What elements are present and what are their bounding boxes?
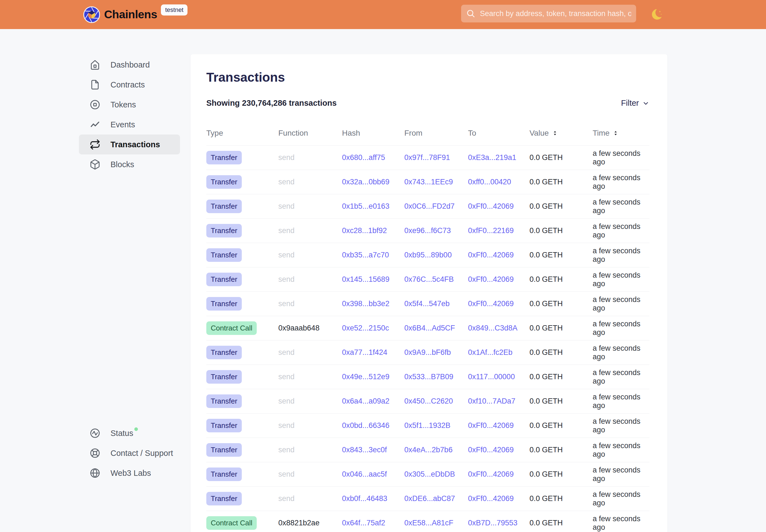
from-address-link[interactable]: 0x97f...78F91: [404, 153, 450, 162]
to-address-link[interactable]: 0xff0...00420: [468, 178, 511, 186]
hash-cell: 0x6a4...a09a2: [342, 397, 404, 406]
type-badge: Contract Call: [206, 321, 257, 335]
from-cell: 0x0C6...FD2d7: [404, 202, 468, 211]
to-address-link[interactable]: 0xFf0...42069: [468, 275, 514, 283]
value-cell: 0.0 GETH: [530, 202, 593, 211]
to-address-link[interactable]: 0x1Af...fc2Eb: [468, 348, 513, 357]
sidebar-item-transactions[interactable]: Transactions: [79, 135, 180, 154]
function-cell: send: [278, 348, 342, 357]
type-badge: Transfer: [206, 346, 242, 359]
sidebar-item-tokens[interactable]: Tokens: [79, 95, 180, 115]
table-row: Transfer send 0x046...aac5f 0x305...eDbD…: [206, 462, 649, 486]
time-cell: a few seconds ago: [593, 417, 649, 434]
to-address-link[interactable]: 0xFf0...42069: [468, 446, 514, 454]
sidebar-item-web3-labs[interactable]: Web3 Labs: [79, 463, 180, 483]
from-cell: 0x450...C2620: [404, 397, 468, 406]
home-icon: [89, 59, 100, 70]
from-address-link[interactable]: 0xe96...f6C73: [404, 226, 451, 235]
from-address-link[interactable]: 0xDE6...abC87: [404, 494, 455, 503]
sidebar-item-dashboard[interactable]: Dashboard: [79, 55, 180, 75]
to-address-link[interactable]: 0x849...C3d8A: [468, 324, 518, 332]
to-address-link[interactable]: 0xB7D...79553: [468, 519, 518, 527]
sidebar-item-events[interactable]: Events: [79, 115, 180, 135]
sidebar-item-contracts[interactable]: Contracts: [79, 75, 180, 95]
hash-link[interactable]: 0xa77...1f424: [342, 348, 388, 357]
from-cell: 0xDE6...abC87: [404, 494, 468, 503]
value-cell: 0.0 GETH: [530, 153, 593, 162]
from-address-link[interactable]: 0x5f1...1932B: [404, 421, 451, 430]
sidebar-item-blocks[interactable]: Blocks: [79, 154, 180, 174]
function-cell: send: [278, 202, 342, 211]
type-badge: Transfer: [206, 248, 242, 262]
document-icon: [89, 79, 100, 90]
function-cell: send: [278, 373, 342, 381]
to-address-link[interactable]: 0xFf0...42069: [468, 494, 514, 503]
hash-link[interactable]: 0x0bd...66346: [342, 421, 390, 430]
to-address-link[interactable]: 0xFf0...42069: [468, 202, 514, 210]
hash-link[interactable]: 0x398...bb3e2: [342, 299, 390, 308]
search-input[interactable]: [480, 9, 631, 18]
value-cell: 0.0 GETH: [530, 421, 593, 430]
to-address-link[interactable]: 0xFf0...42069: [468, 299, 514, 308]
table-row: Transfer send 0x1b5...e0163 0x0C6...FD2d…: [206, 194, 649, 218]
from-address-link[interactable]: 0xE58...A81cF: [404, 519, 453, 527]
hash-link[interactable]: 0x680...aff75: [342, 153, 385, 162]
from-address-link[interactable]: 0x305...eDbDB: [404, 470, 455, 478]
type-badge: Transfer: [206, 370, 242, 384]
hash-link[interactable]: 0x49e...512e9: [342, 373, 390, 381]
to-address-link[interactable]: 0xfF0...22169: [468, 226, 514, 235]
from-address-link[interactable]: 0x743...1EEc9: [404, 178, 453, 186]
to-address-link[interactable]: 0xf10...7ADa7: [468, 397, 515, 405]
value-cell: 0.0 GETH: [530, 470, 593, 479]
hash-link[interactable]: 0x64f...75af2: [342, 519, 385, 527]
from-address-link[interactable]: 0x0C6...FD2d7: [404, 202, 455, 210]
to-address-link[interactable]: 0xFf0...42069: [468, 251, 514, 259]
from-cell: 0x743...1EEc9: [404, 178, 468, 186]
search-bar[interactable]: [461, 5, 636, 22]
from-cell: 0xb95...89b00: [404, 251, 468, 259]
from-address-link[interactable]: 0xb95...89b00: [404, 251, 452, 259]
sidebar-item-status[interactable]: Status: [79, 423, 180, 443]
from-address-link[interactable]: 0x9A9...bF6fb: [404, 348, 451, 357]
sort-value-icon[interactable]: [552, 130, 558, 136]
to-cell: 0xFf0...42069: [468, 446, 530, 454]
hash-link[interactable]: 0x6a4...a09a2: [342, 397, 390, 405]
to-address-link[interactable]: 0x117...00000: [468, 373, 515, 381]
from-address-link[interactable]: 0x6B4...Ad5CF: [404, 324, 455, 332]
chevron-down-icon: [642, 100, 649, 107]
sidebar-item-contact-support[interactable]: Contact / Support: [79, 443, 180, 463]
from-cell: 0xe96...f6C73: [404, 226, 468, 235]
from-address-link[interactable]: 0x533...B7B09: [404, 373, 453, 381]
to-address-link[interactable]: 0xE3a...219a1: [468, 153, 516, 162]
hash-link[interactable]: 0x145...15689: [342, 275, 390, 283]
hash-link[interactable]: 0x1b5...e0163: [342, 202, 390, 210]
sort-time-icon[interactable]: [613, 130, 619, 136]
from-cell: 0x97f...78F91: [404, 153, 468, 162]
to-address-link[interactable]: 0xFf0...42069: [468, 421, 514, 430]
to-address-link[interactable]: 0xFf0...42069: [468, 470, 514, 478]
from-address-link[interactable]: 0x76C...5c4FB: [404, 275, 454, 283]
type-badge: Transfer: [206, 492, 242, 505]
hash-link[interactable]: 0xb35...a7c70: [342, 251, 389, 259]
table-row: Transfer send 0xa77...1f424 0x9A9...bF6f…: [206, 340, 649, 365]
hash-link[interactable]: 0xe52...2150c: [342, 324, 389, 332]
hash-link[interactable]: 0xc28...1bf92: [342, 226, 387, 235]
brand-logo[interactable]: Chainlens testnet: [83, 0, 187, 29]
hash-link[interactable]: 0x843...3ec0f: [342, 446, 387, 454]
sidebar-item-label: Contact / Support: [110, 449, 173, 458]
hash-link[interactable]: 0xb0f...46483: [342, 494, 388, 503]
from-address-link[interactable]: 0x4eA...2b7b6: [404, 446, 453, 454]
sidebar-nav: Dashboard Contracts Tokens Events: [79, 55, 180, 174]
table-header-row: Type Function Hash From To Value Time: [206, 129, 649, 145]
hash-link[interactable]: 0x32a...0bb69: [342, 178, 390, 186]
value-cell: 0.0 GETH: [530, 275, 593, 284]
type-cell: Transfer: [206, 248, 278, 262]
from-address-link[interactable]: 0x450...C2620: [404, 397, 453, 405]
from-address-link[interactable]: 0x5f4...547eb: [404, 299, 450, 308]
hash-link[interactable]: 0x046...aac5f: [342, 470, 387, 478]
value-cell: 0.0 GETH: [530, 519, 593, 527]
transactions-count-summary: Showing 230,764,286 transactions: [206, 99, 337, 108]
type-badge: Transfer: [206, 175, 242, 189]
theme-toggle-button[interactable]: [649, 7, 664, 22]
filter-button[interactable]: Filter: [621, 99, 649, 108]
